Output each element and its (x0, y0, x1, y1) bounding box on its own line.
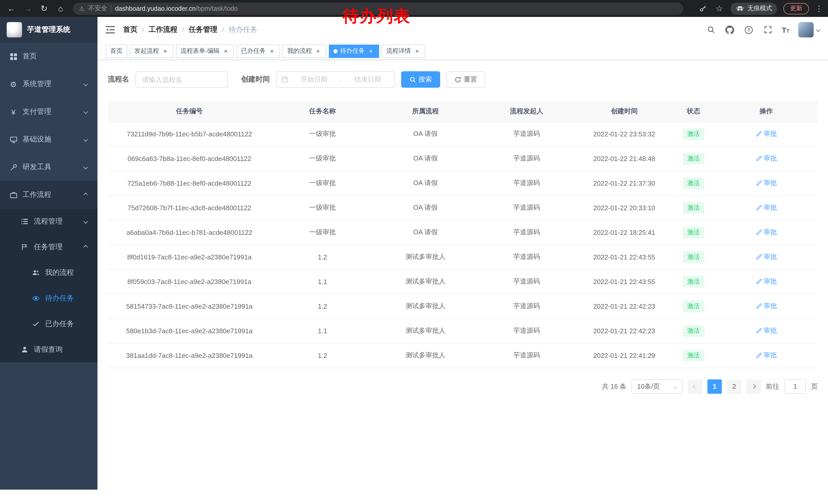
approve-link[interactable]: 审批 (755, 277, 777, 286)
app-logo-row[interactable]: 芋道管理系统 (0, 17, 97, 43)
breadcrumb-task-management[interactable]: 任务管理 (189, 25, 217, 34)
task-status-cell: 激活 (672, 146, 715, 171)
page-button-2[interactable]: 2 (727, 379, 741, 394)
sidebar-item-payment[interactable]: ¥ 支付管理 (0, 98, 97, 126)
sidebar-item-todo-tasks[interactable]: 待办任务 (0, 286, 97, 311)
star-icon[interactable]: ☆ (714, 3, 724, 13)
approve-link[interactable]: 审批 (755, 252, 777, 262)
security-label: 不安全 (88, 4, 108, 13)
task-action-cell: 审批 (715, 294, 818, 318)
close-icon[interactable]: × (222, 47, 229, 55)
font-size-icon[interactable]: TT (782, 26, 790, 34)
people-icon (32, 269, 40, 276)
breadcrumb-separator: / (222, 26, 224, 34)
tab-my-process[interactable]: 我的流程 × (283, 44, 326, 58)
close-icon[interactable]: × (413, 47, 421, 55)
reset-button[interactable]: 重置 (446, 71, 485, 88)
back-icon[interactable]: ← (5, 2, 17, 15)
sidebar-item-label: 首页 (23, 52, 37, 61)
task-process-cell: 测试多审批人 (374, 269, 477, 294)
browser-menu-icon[interactable]: ⋮ (815, 4, 823, 13)
help-icon[interactable]: ? (744, 25, 754, 35)
sidebar-item-devtools[interactable]: 研发工具 (0, 153, 97, 181)
sidebar-item-infrastructure[interactable]: 基础设施 (0, 126, 97, 153)
content: 流程名 创建时间 开始日期 - 结束日期 (97, 60, 828, 490)
approve-link[interactable]: 审批 (755, 228, 777, 237)
tab-done-tasks[interactable]: 已办任务 × (237, 44, 280, 58)
table-row: 8f059c03-7ac8-11ec-a9e2-a2380e71991a 1.1… (108, 269, 818, 294)
status-badge: 激活 (683, 177, 704, 189)
next-page-button[interactable] (746, 379, 761, 394)
date-range-picker[interactable]: 开始日期 - 结束日期 (276, 71, 395, 88)
approve-link[interactable]: 审批 (755, 178, 777, 188)
key-icon[interactable] (698, 3, 708, 13)
range-separator: - (340, 76, 342, 83)
page-size-select[interactable]: 10条/页 (631, 379, 683, 394)
sidebar-fold-icon[interactable] (106, 26, 115, 34)
breadcrumb-current: 待办任务 (229, 25, 257, 34)
user-menu[interactable] (798, 22, 820, 37)
search-icon (409, 76, 416, 83)
goto-page-input[interactable] (784, 379, 806, 394)
approve-link[interactable]: 审批 (755, 351, 777, 360)
tab-label: 已办任务 (241, 47, 266, 55)
sidebar-item-task-management[interactable]: 任务管理 (0, 234, 97, 260)
update-button[interactable]: 更新 (783, 3, 809, 14)
task-name-cell: 一级审批 (271, 146, 374, 171)
approve-link-label: 审批 (763, 228, 777, 237)
sidebar-item-done-tasks[interactable]: 已办任务 (0, 311, 97, 337)
task-action-cell: 审批 (715, 195, 818, 220)
tab-home[interactable]: 首页 (106, 44, 127, 58)
task-created-cell: 2022-01-22 23:53:32 (576, 122, 672, 146)
prev-page-button[interactable] (688, 379, 702, 394)
task-created-cell: 2022-01-22 20:33:10 (576, 195, 672, 220)
task-id-cell: 75d72608-7b7f-11ec-a3c8-acde48001122 (108, 195, 271, 220)
search-icon[interactable] (706, 25, 716, 35)
approve-link[interactable]: 审批 (755, 302, 777, 311)
fullscreen-icon[interactable] (762, 25, 773, 35)
close-icon[interactable]: × (268, 47, 276, 55)
eye-icon (32, 295, 40, 302)
sidebar-item-leave-query[interactable]: 请假查询 (0, 337, 97, 363)
close-icon[interactable]: × (367, 47, 374, 55)
task-process-cell: 测试多审批人 (374, 244, 477, 269)
incognito-icon (736, 6, 744, 11)
task-management-submenu: 我的流程 待办任务 已办任务 (0, 260, 97, 337)
task-action-cell: 审批 (715, 146, 818, 171)
task-process-cell: OA 请假 (374, 220, 477, 244)
edit-icon (755, 303, 761, 309)
start-date-placeholder: 开始日期 (292, 75, 336, 84)
sidebar-item-process-management[interactable]: 流程管理 (0, 209, 97, 234)
tab-todo-tasks[interactable]: 待办任务 × (329, 44, 379, 58)
chevron-left-icon (693, 384, 697, 388)
close-icon[interactable]: × (162, 47, 169, 55)
sidebar-item-my-process[interactable]: 我的流程 (0, 260, 97, 286)
page-button-1[interactable]: 1 (707, 379, 722, 394)
sidebar-item-home[interactable]: 首页 (0, 43, 97, 70)
breadcrumb-workflow[interactable]: 工作流程 (149, 25, 177, 34)
tab-form-edit[interactable]: 流程表单-编辑 × (176, 44, 234, 58)
approve-link[interactable]: 审批 (755, 129, 777, 138)
forward-icon[interactable]: → (22, 2, 34, 15)
approve-link[interactable]: 审批 (755, 326, 777, 335)
github-icon[interactable] (724, 25, 735, 35)
close-icon[interactable]: × (315, 47, 322, 55)
home-icon[interactable]: ⌂ (54, 2, 67, 15)
status-badge: 激活 (683, 325, 704, 336)
sidebar-item-system[interactable]: ⚙ 系统管理 (0, 70, 97, 98)
process-name-input[interactable] (135, 71, 228, 88)
reload-icon[interactable]: ↻ (38, 2, 50, 15)
approve-link[interactable]: 审批 (755, 203, 777, 212)
tab-start-process[interactable]: 发起流程 × (130, 44, 173, 58)
task-starter-cell: 芋道源码 (477, 294, 576, 318)
address-bar[interactable]: ⚠ 不安全 dashboard.yudao.iocoder.cn/bpm/tas… (73, 2, 683, 15)
approve-link[interactable]: 审批 (755, 154, 777, 163)
filter-bar: 流程名 创建时间 开始日期 - 结束日期 (108, 71, 818, 88)
search-button[interactable]: 搜索 (401, 71, 440, 88)
sidebar-item-label: 待办任务 (45, 294, 74, 303)
tab-process-detail[interactable]: 流程详情 × (382, 44, 425, 58)
sidebar-item-workflow[interactable]: 工作流程 (0, 181, 97, 209)
breadcrumb-home[interactable]: 首页 (123, 25, 137, 34)
app-window: 芋道管理系统 首页 ⚙ 系统管理 ¥ 支付管理 (0, 17, 828, 490)
approve-link-label: 审批 (763, 351, 777, 360)
